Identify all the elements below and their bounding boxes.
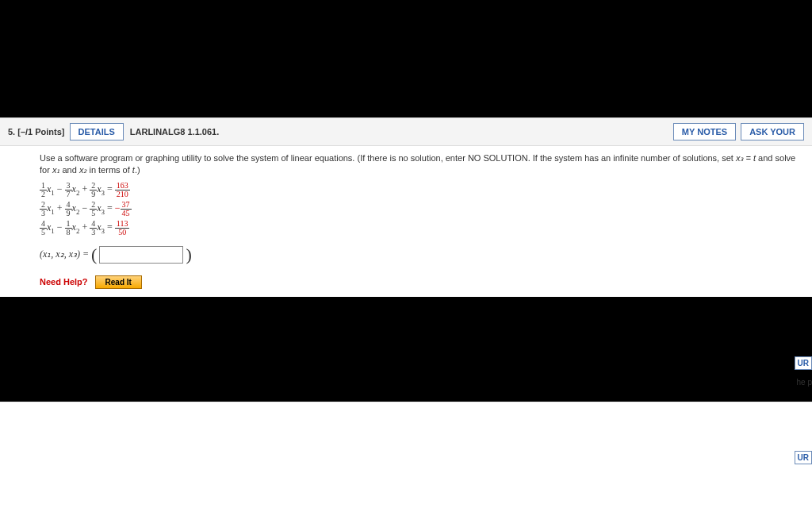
answer-input[interactable] (99, 246, 183, 264)
partial-button-ur-2[interactable]: UR (795, 451, 812, 464)
question-header: 5. [–/1 Points] DETAILS LARLINALG8 1.1.0… (0, 117, 812, 146)
top-black-region (0, 0, 812, 117)
partial-button-ur-1[interactable]: UR (795, 356, 812, 370)
equation-system: 12x1 − 37x2 + 29x3 = 163210 23x1 + 49x2 … (40, 182, 804, 237)
ask-teacher-button[interactable]: ASK YOUR (741, 123, 804, 140)
answer-label: (x₁, x₂, x₃) = (40, 248, 91, 260)
equation-3: 45x1 − 18x2 + 43x3 = 11350 (40, 220, 804, 237)
answer-row: (x₁, x₂, x₃) = ( ) (40, 243, 804, 267)
equation-2: 23x1 + 49x2 − 25x3 = −3745 (40, 201, 804, 217)
details-button[interactable]: DETAILS (70, 123, 124, 140)
help-row: Need Help? Read It (40, 275, 804, 289)
question-number: 5. [–/1 Points] (8, 127, 65, 137)
read-it-button[interactable]: Read It (95, 275, 142, 289)
my-notes-button[interactable]: MY NOTES (673, 123, 736, 140)
mid-black-region (0, 297, 812, 402)
no-solution-text: No solution (0, 498, 812, 508)
question-reference: LARLINALG8 1.1.061. (130, 127, 219, 137)
partial-text-hep: he p (797, 378, 812, 387)
question-body: Use a software program or graphing utili… (0, 146, 812, 297)
equation-1: 12x1 − 37x2 + 29x3 = 163210 (40, 182, 804, 198)
lower-region: UR he p UR (0, 297, 812, 498)
instruction-text: Use a software program or graphing utili… (40, 152, 804, 177)
need-help-label: Need Help? (40, 277, 88, 287)
